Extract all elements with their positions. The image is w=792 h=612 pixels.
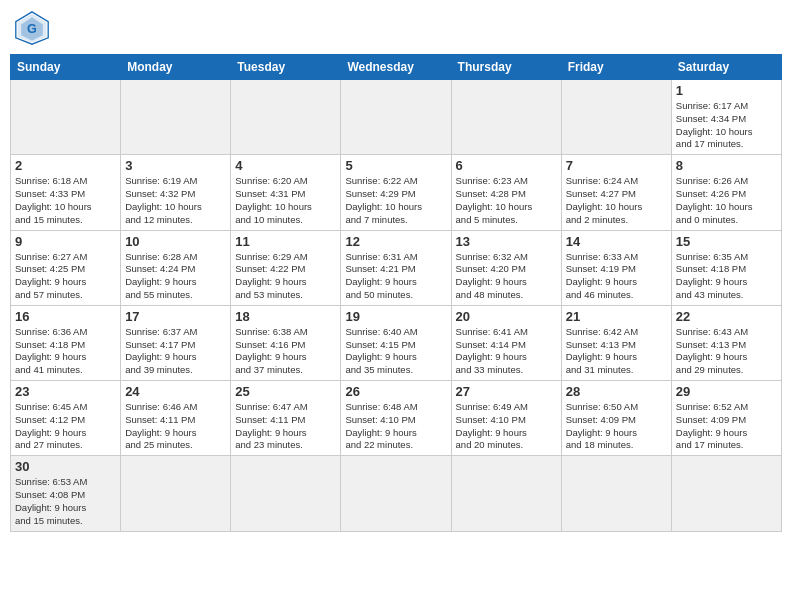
day-info: Sunrise: 6:46 AM Sunset: 4:11 PM Dayligh… <box>125 401 226 452</box>
day-number: 20 <box>456 309 557 324</box>
weekday-header-saturday: Saturday <box>671 55 781 80</box>
day-info: Sunrise: 6:53 AM Sunset: 4:08 PM Dayligh… <box>15 476 116 527</box>
week-row-0: 1Sunrise: 6:17 AM Sunset: 4:34 PM Daylig… <box>11 80 782 155</box>
weekday-header-thursday: Thursday <box>451 55 561 80</box>
calendar-cell: 14Sunrise: 6:33 AM Sunset: 4:19 PM Dayli… <box>561 230 671 305</box>
day-info: Sunrise: 6:36 AM Sunset: 4:18 PM Dayligh… <box>15 326 116 377</box>
day-number: 1 <box>676 83 777 98</box>
day-number: 18 <box>235 309 336 324</box>
calendar-cell: 9Sunrise: 6:27 AM Sunset: 4:25 PM Daylig… <box>11 230 121 305</box>
week-row-3: 16Sunrise: 6:36 AM Sunset: 4:18 PM Dayli… <box>11 305 782 380</box>
day-number: 10 <box>125 234 226 249</box>
day-number: 27 <box>456 384 557 399</box>
day-number: 2 <box>15 158 116 173</box>
day-info: Sunrise: 6:32 AM Sunset: 4:20 PM Dayligh… <box>456 251 557 302</box>
calendar-cell <box>231 456 341 531</box>
day-info: Sunrise: 6:41 AM Sunset: 4:14 PM Dayligh… <box>456 326 557 377</box>
calendar-cell: 4Sunrise: 6:20 AM Sunset: 4:31 PM Daylig… <box>231 155 341 230</box>
calendar-cell: 1Sunrise: 6:17 AM Sunset: 4:34 PM Daylig… <box>671 80 781 155</box>
calendar-cell: 6Sunrise: 6:23 AM Sunset: 4:28 PM Daylig… <box>451 155 561 230</box>
day-info: Sunrise: 6:33 AM Sunset: 4:19 PM Dayligh… <box>566 251 667 302</box>
day-info: Sunrise: 6:24 AM Sunset: 4:27 PM Dayligh… <box>566 175 667 226</box>
day-number: 25 <box>235 384 336 399</box>
calendar-cell: 15Sunrise: 6:35 AM Sunset: 4:18 PM Dayli… <box>671 230 781 305</box>
week-row-5: 30Sunrise: 6:53 AM Sunset: 4:08 PM Dayli… <box>11 456 782 531</box>
calendar-cell: 21Sunrise: 6:42 AM Sunset: 4:13 PM Dayli… <box>561 305 671 380</box>
day-info: Sunrise: 6:49 AM Sunset: 4:10 PM Dayligh… <box>456 401 557 452</box>
day-number: 8 <box>676 158 777 173</box>
header: G <box>10 10 782 46</box>
calendar-cell: 27Sunrise: 6:49 AM Sunset: 4:10 PM Dayli… <box>451 381 561 456</box>
calendar-cell <box>121 456 231 531</box>
day-info: Sunrise: 6:28 AM Sunset: 4:24 PM Dayligh… <box>125 251 226 302</box>
calendar-cell <box>451 80 561 155</box>
calendar-cell <box>231 80 341 155</box>
day-info: Sunrise: 6:48 AM Sunset: 4:10 PM Dayligh… <box>345 401 446 452</box>
day-info: Sunrise: 6:22 AM Sunset: 4:29 PM Dayligh… <box>345 175 446 226</box>
calendar-cell: 11Sunrise: 6:29 AM Sunset: 4:22 PM Dayli… <box>231 230 341 305</box>
week-row-4: 23Sunrise: 6:45 AM Sunset: 4:12 PM Dayli… <box>11 381 782 456</box>
day-number: 14 <box>566 234 667 249</box>
day-number: 4 <box>235 158 336 173</box>
day-info: Sunrise: 6:50 AM Sunset: 4:09 PM Dayligh… <box>566 401 667 452</box>
day-number: 19 <box>345 309 446 324</box>
day-info: Sunrise: 6:27 AM Sunset: 4:25 PM Dayligh… <box>15 251 116 302</box>
day-number: 30 <box>15 459 116 474</box>
day-info: Sunrise: 6:26 AM Sunset: 4:26 PM Dayligh… <box>676 175 777 226</box>
calendar-cell <box>561 80 671 155</box>
day-number: 16 <box>15 309 116 324</box>
calendar-cell: 23Sunrise: 6:45 AM Sunset: 4:12 PM Dayli… <box>11 381 121 456</box>
day-info: Sunrise: 6:35 AM Sunset: 4:18 PM Dayligh… <box>676 251 777 302</box>
calendar-cell: 28Sunrise: 6:50 AM Sunset: 4:09 PM Dayli… <box>561 381 671 456</box>
logo-icon: G <box>14 10 50 46</box>
day-number: 15 <box>676 234 777 249</box>
day-number: 22 <box>676 309 777 324</box>
week-row-2: 9Sunrise: 6:27 AM Sunset: 4:25 PM Daylig… <box>11 230 782 305</box>
calendar-cell: 30Sunrise: 6:53 AM Sunset: 4:08 PM Dayli… <box>11 456 121 531</box>
svg-text:G: G <box>27 22 37 36</box>
day-number: 5 <box>345 158 446 173</box>
calendar-cell <box>341 80 451 155</box>
day-number: 23 <box>15 384 116 399</box>
calendar-cell: 29Sunrise: 6:52 AM Sunset: 4:09 PM Dayli… <box>671 381 781 456</box>
weekday-header-sunday: Sunday <box>11 55 121 80</box>
calendar-cell: 2Sunrise: 6:18 AM Sunset: 4:33 PM Daylig… <box>11 155 121 230</box>
calendar-cell: 3Sunrise: 6:19 AM Sunset: 4:32 PM Daylig… <box>121 155 231 230</box>
calendar-cell: 5Sunrise: 6:22 AM Sunset: 4:29 PM Daylig… <box>341 155 451 230</box>
day-number: 12 <box>345 234 446 249</box>
calendar-cell <box>121 80 231 155</box>
calendar: SundayMondayTuesdayWednesdayThursdayFrid… <box>10 54 782 532</box>
day-number: 9 <box>15 234 116 249</box>
day-number: 24 <box>125 384 226 399</box>
day-number: 17 <box>125 309 226 324</box>
calendar-cell: 12Sunrise: 6:31 AM Sunset: 4:21 PM Dayli… <box>341 230 451 305</box>
logo: G <box>14 10 54 46</box>
day-number: 6 <box>456 158 557 173</box>
day-info: Sunrise: 6:47 AM Sunset: 4:11 PM Dayligh… <box>235 401 336 452</box>
day-number: 26 <box>345 384 446 399</box>
day-info: Sunrise: 6:17 AM Sunset: 4:34 PM Dayligh… <box>676 100 777 151</box>
day-info: Sunrise: 6:23 AM Sunset: 4:28 PM Dayligh… <box>456 175 557 226</box>
day-info: Sunrise: 6:52 AM Sunset: 4:09 PM Dayligh… <box>676 401 777 452</box>
day-info: Sunrise: 6:19 AM Sunset: 4:32 PM Dayligh… <box>125 175 226 226</box>
calendar-cell: 10Sunrise: 6:28 AM Sunset: 4:24 PM Dayli… <box>121 230 231 305</box>
calendar-cell: 7Sunrise: 6:24 AM Sunset: 4:27 PM Daylig… <box>561 155 671 230</box>
weekday-header-monday: Monday <box>121 55 231 80</box>
calendar-cell <box>341 456 451 531</box>
day-info: Sunrise: 6:43 AM Sunset: 4:13 PM Dayligh… <box>676 326 777 377</box>
weekday-header-wednesday: Wednesday <box>341 55 451 80</box>
day-info: Sunrise: 6:40 AM Sunset: 4:15 PM Dayligh… <box>345 326 446 377</box>
day-number: 7 <box>566 158 667 173</box>
day-number: 21 <box>566 309 667 324</box>
day-number: 29 <box>676 384 777 399</box>
calendar-cell: 26Sunrise: 6:48 AM Sunset: 4:10 PM Dayli… <box>341 381 451 456</box>
day-number: 28 <box>566 384 667 399</box>
day-info: Sunrise: 6:37 AM Sunset: 4:17 PM Dayligh… <box>125 326 226 377</box>
calendar-cell: 13Sunrise: 6:32 AM Sunset: 4:20 PM Dayli… <box>451 230 561 305</box>
day-info: Sunrise: 6:42 AM Sunset: 4:13 PM Dayligh… <box>566 326 667 377</box>
calendar-cell: 16Sunrise: 6:36 AM Sunset: 4:18 PM Dayli… <box>11 305 121 380</box>
day-info: Sunrise: 6:38 AM Sunset: 4:16 PM Dayligh… <box>235 326 336 377</box>
calendar-cell <box>561 456 671 531</box>
calendar-cell <box>671 456 781 531</box>
calendar-cell: 24Sunrise: 6:46 AM Sunset: 4:11 PM Dayli… <box>121 381 231 456</box>
